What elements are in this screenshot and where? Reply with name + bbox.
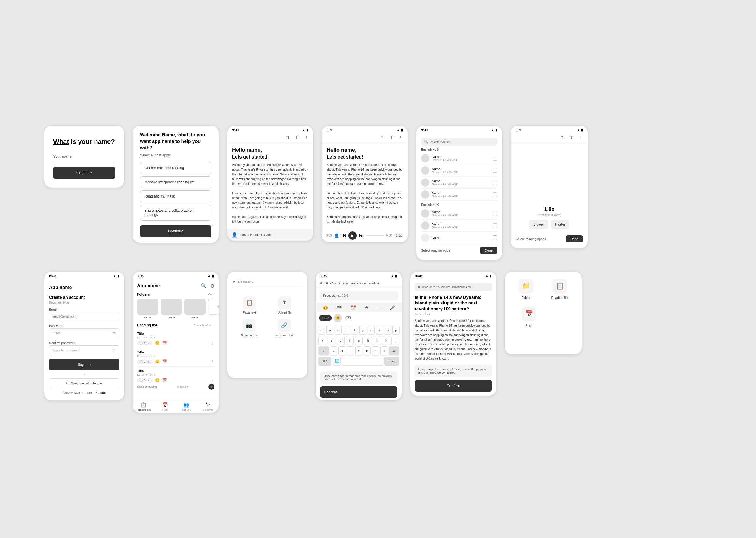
key-v[interactable]: v xyxy=(355,347,362,355)
doc-icon-4[interactable]: 🗒 xyxy=(379,135,385,140)
key-r[interactable]: r xyxy=(343,326,350,335)
key-j[interactable]: j xyxy=(373,336,381,345)
key-g[interactable]: g xyxy=(355,336,363,345)
key-m[interactable]: m xyxy=(380,347,388,355)
google-button[interactable]: G Continue with Google xyxy=(49,378,119,388)
more-tool[interactable]: ··· xyxy=(377,305,381,310)
key-emoji[interactable]: 🌐 xyxy=(333,357,341,365)
key-z[interactable]: z xyxy=(330,347,337,355)
speed-done-button[interactable]: Done xyxy=(566,235,583,242)
nav-reading-list[interactable]: 📋 Reading list xyxy=(133,402,154,411)
voice-check-5[interactable] xyxy=(493,211,497,216)
more-icon-4[interactable]: ⋮ xyxy=(398,135,404,140)
nav-discover[interactable]: 🔭 Discover xyxy=(197,402,219,411)
save-plan-option[interactable]: 📅 Plan xyxy=(521,306,536,327)
key-o[interactable]: o xyxy=(384,326,391,335)
email-input[interactable] xyxy=(49,312,119,321)
voice-item-4[interactable]: Name Gender • LANGUAGE xyxy=(421,189,497,201)
font-icon-4[interactable]: T xyxy=(389,135,394,140)
key-w[interactable]: w xyxy=(326,326,333,335)
add-item-button[interactable]: + xyxy=(208,384,214,390)
folder-item-add[interactable]: + xyxy=(208,299,219,319)
voice-item-6[interactable]: Name Gender • LANGUAGE xyxy=(421,220,497,232)
key-t[interactable]: t xyxy=(351,326,358,335)
settings-tool[interactable]: ⚙ xyxy=(365,305,368,310)
more-icon-3[interactable]: ⋮ xyxy=(210,378,214,383)
signup-button[interactable]: Sign up xyxy=(49,359,119,370)
key-f[interactable]: f xyxy=(346,336,354,345)
voice-check-6[interactable] xyxy=(493,223,497,228)
welcome-continue-button[interactable]: Continue xyxy=(140,225,211,237)
voice-item-7[interactable]: Name xyxy=(421,232,497,244)
key-c[interactable]: c xyxy=(347,347,354,355)
voice-item-3[interactable]: Name Gender • LANGUAGE xyxy=(421,177,497,189)
play-button-4[interactable]: ▶ xyxy=(349,232,357,240)
close-icon-paste[interactable]: ✕ xyxy=(232,280,236,285)
more-icon-2[interactable]: ⋮ xyxy=(210,359,214,364)
font-icon-6[interactable]: T xyxy=(569,135,574,140)
upload-file-option[interactable]: ⬆ Upload file xyxy=(278,296,292,314)
nav-plan[interactable]: 📅 Plan xyxy=(154,402,176,411)
folder-item-3[interactable]: Name xyxy=(184,299,205,319)
voice-item-5[interactable]: Name Gender • LANGUAGE xyxy=(421,208,497,220)
confirm-button-article[interactable]: Confirm xyxy=(415,380,492,392)
reading-item-3[interactable]: Title Document type 🕐 0 min 🙂 📅 ⋮ xyxy=(137,367,214,393)
voice-done-button[interactable]: Done xyxy=(480,247,497,254)
key-d[interactable]: d xyxy=(337,336,345,345)
choice-share[interactable]: Share notes and collaborate on readings xyxy=(140,205,211,221)
doc-icon-3[interactable]: 🗒 xyxy=(285,135,290,140)
faster-button[interactable]: Faster xyxy=(551,220,569,229)
font-icon-3[interactable]: T xyxy=(294,135,299,140)
gif-tool[interactable]: GIF xyxy=(337,305,342,310)
login-action[interactable]: Login xyxy=(98,391,106,395)
settings-icon-lib[interactable]: ⚙ xyxy=(210,283,214,289)
continue-button[interactable]: Continue xyxy=(53,167,115,179)
choice-list[interactable]: Manage my growing reading list xyxy=(140,176,211,188)
choice-reading[interactable]: Get me back into reading xyxy=(140,162,211,174)
reading-item-1[interactable]: Title Document type 🕐 0 min 🙂 📅 ⋮ xyxy=(137,330,214,348)
mic-tool[interactable]: 🎤 xyxy=(390,305,395,310)
name-input[interactable] xyxy=(53,152,115,161)
key-y[interactable]: y xyxy=(359,326,366,335)
save-reading-list-option[interactable]: 📋 Reading list xyxy=(551,279,568,299)
slower-button[interactable]: Slower xyxy=(529,220,548,229)
key-s[interactable]: s xyxy=(328,336,336,345)
key-e[interactable]: e xyxy=(335,326,342,335)
key-x[interactable]: x xyxy=(339,347,346,355)
emoji-tool[interactable]: 😊 xyxy=(323,305,328,310)
voice-check-3[interactable] xyxy=(493,180,497,185)
folder-item-2[interactable]: Name xyxy=(161,299,182,319)
key-b[interactable]: b xyxy=(363,347,371,355)
key-h[interactable]: h xyxy=(364,336,372,345)
close-icon-article[interactable]: ✕ xyxy=(417,285,420,289)
key-space[interactable] xyxy=(342,357,383,365)
scan-pages-option[interactable]: 📷 Scan pages xyxy=(241,319,257,337)
key-numbers[interactable]: 123 xyxy=(318,357,331,365)
nav-groups[interactable]: 👥 Groups xyxy=(176,402,197,411)
key-a[interactable]: a xyxy=(318,336,326,345)
next-icon-4[interactable]: ⏭ xyxy=(359,233,364,238)
key-l[interactable]: l xyxy=(391,336,399,345)
eye-icon-2[interactable]: 👁 xyxy=(112,348,116,352)
prev-icon-4[interactable]: ⏮ xyxy=(341,233,346,238)
key-delete[interactable]: ⌫ xyxy=(389,347,399,355)
calendar-tool[interactable]: 📅 xyxy=(351,305,356,310)
folder-item-1[interactable]: Name xyxy=(137,299,158,319)
key-return[interactable]: return xyxy=(385,357,399,365)
folders-more[interactable]: More xyxy=(208,293,214,296)
key-k[interactable]: k xyxy=(382,336,390,345)
key-i[interactable]: i xyxy=(376,326,383,335)
key-n[interactable]: n xyxy=(372,347,379,355)
speed-badge-4[interactable]: 1.0x xyxy=(394,233,404,238)
eye-icon[interactable]: 👁 xyxy=(112,331,116,336)
search-icon-lib[interactable]: 🔍 xyxy=(201,283,207,289)
voice-item-2[interactable]: Name Gender • LANGUAGE xyxy=(421,164,497,177)
key-shift[interactable]: ⇧ xyxy=(318,347,329,355)
key-u[interactable]: u xyxy=(368,326,375,335)
voice-check-2[interactable] xyxy=(493,168,497,173)
close-icon-kb[interactable]: ✕ xyxy=(320,281,322,285)
doc-icon-6[interactable]: 🗒 xyxy=(559,135,565,140)
choice-multitask[interactable]: Read and multitask xyxy=(140,190,211,202)
save-folder-option[interactable]: 📁 Folder xyxy=(518,279,533,299)
voice-check-1[interactable] xyxy=(493,156,497,161)
